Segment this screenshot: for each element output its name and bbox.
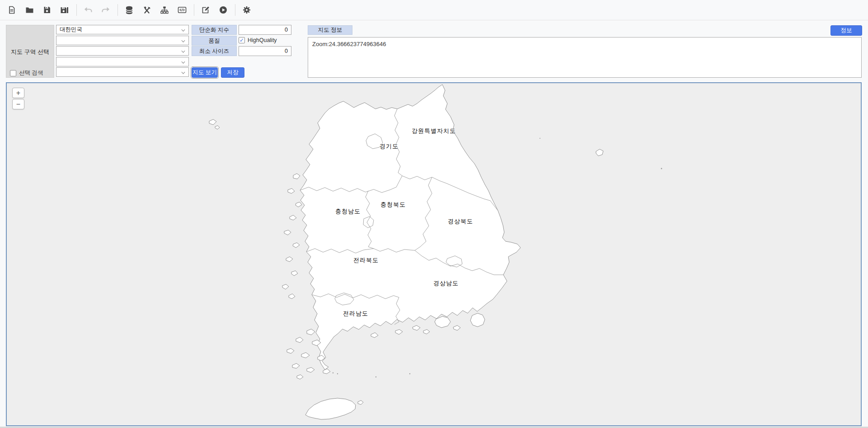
toolbar-separator <box>194 4 194 16</box>
save-icon[interactable] <box>40 3 54 17</box>
code-icon[interactable] <box>175 3 189 17</box>
region-dropdown-3[interactable] <box>56 46 189 56</box>
chevron-down-icon <box>182 28 185 32</box>
checkbox-box[interactable]: ✓ <box>239 37 245 43</box>
control-panel: 지도 구역 선택 ✓ 선택 검색 대한민국 단순화 지수 품질 ✓ HighQu… <box>0 21 868 82</box>
settings-icon[interactable] <box>239 3 254 17</box>
select-search-label: 선택 검색 <box>19 69 43 77</box>
min-size-input[interactable] <box>239 46 291 56</box>
save-button[interactable]: 저장 <box>221 67 244 78</box>
redo-icon[interactable] <box>99 3 113 17</box>
highquality-checkbox[interactable]: ✓ HighQuality <box>239 37 277 43</box>
map-zoom-control: + − <box>12 88 24 110</box>
info-button[interactable]: 정보 <box>830 25 862 36</box>
map-zoom-readout: Zoom:24.366623774963646 <box>312 41 386 47</box>
chevron-down-icon <box>182 60 185 64</box>
chevron-down-icon <box>182 49 185 53</box>
map-area[interactable]: 강원특별자치도경기도충청북도충청남도경상북도전라북도경상남도전라남도 + − <box>6 82 862 426</box>
diagram-icon[interactable] <box>157 3 172 17</box>
database-icon[interactable] <box>122 3 136 17</box>
simplify-index-input[interactable] <box>239 25 291 35</box>
chevron-down-icon <box>182 39 185 42</box>
region-dropdown-2[interactable] <box>56 36 189 45</box>
region-dropdown-4[interactable] <box>56 57 189 66</box>
zoom-out-button[interactable]: − <box>12 99 24 109</box>
view-map-button[interactable]: 지도 보기 <box>192 67 218 78</box>
new-file-icon[interactable] <box>5 3 19 17</box>
dropdown-value: 대한민국 <box>60 26 82 33</box>
simplify-index-label: 단순화 지수 <box>192 25 237 35</box>
highquality-label: HighQuality <box>248 37 277 43</box>
quality-label: 품질 <box>192 36 237 46</box>
region-select-cell: 지도 구역 선택 ✓ 선택 검색 <box>6 25 54 78</box>
map-info-box: Zoom:24.366623774963646 <box>308 37 862 78</box>
region-dropdown-5[interactable] <box>56 67 189 77</box>
open-folder-icon[interactable] <box>22 3 37 17</box>
save-all-icon[interactable] <box>57 3 72 17</box>
toolbar-separator <box>117 4 118 16</box>
run-icon[interactable] <box>216 3 230 17</box>
undo-icon[interactable] <box>81 3 95 17</box>
checkbox-box[interactable]: ✓ <box>10 70 16 76</box>
toolbar-separator <box>235 4 235 16</box>
toolbar-separator <box>76 4 77 16</box>
edit-icon[interactable] <box>198 3 213 17</box>
country-dropdown[interactable]: 대한민국 <box>56 25 189 34</box>
select-search-checkbox[interactable]: ✓ 선택 검색 <box>10 69 43 77</box>
tools-icon[interactable] <box>140 3 154 17</box>
map-info-label: 지도 정보 <box>308 25 352 35</box>
land-polygons <box>209 85 603 419</box>
korea-map-canvas[interactable] <box>7 83 861 425</box>
min-size-label: 최소 사이즈 <box>192 46 237 56</box>
toolbar <box>0 0 868 20</box>
chevron-down-icon <box>182 71 185 74</box>
region-select-label: 지도 구역 선택 <box>6 48 54 56</box>
zoom-in-button[interactable]: + <box>12 88 24 98</box>
